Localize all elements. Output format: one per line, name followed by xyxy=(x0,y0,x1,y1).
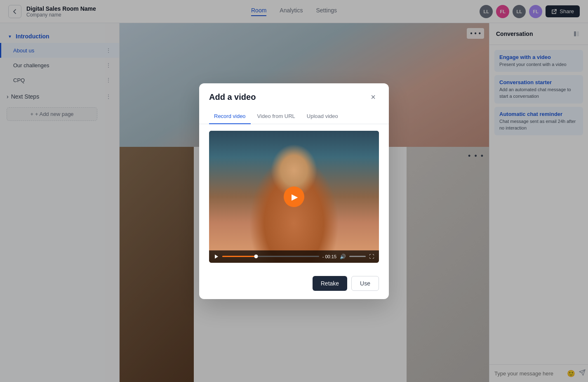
video-progress-dot xyxy=(254,255,258,258)
modal-title: Add a video xyxy=(209,92,256,102)
use-button[interactable]: Use xyxy=(351,276,379,291)
modal-close-button[interactable]: × xyxy=(367,92,379,103)
modal-header: Add a video × xyxy=(199,83,389,110)
tab-video-url[interactable]: Video from URL xyxy=(252,110,300,124)
video-time: - 00:15 xyxy=(322,254,336,259)
video-controls: - 00:15 🔊 ⛶ xyxy=(209,250,379,263)
retake-button[interactable]: Retake xyxy=(313,276,347,291)
modal-overlay[interactable]: Add a video × Record video Video from UR… xyxy=(0,0,588,382)
fullscreen-icon[interactable]: ⛶ xyxy=(369,254,374,259)
modal-body: ▶ - 00:15 🔊 ⛶ xyxy=(199,124,389,271)
video-play-button[interactable]: ▶ xyxy=(284,186,304,207)
tab-upload-video[interactable]: Upload video xyxy=(302,110,343,124)
video-progress-bar[interactable] xyxy=(222,256,319,257)
play-icon: ▶ xyxy=(292,192,298,202)
modal-footer: Retake Use xyxy=(199,271,389,299)
add-video-modal: Add a video × Record video Video from UR… xyxy=(199,83,389,299)
volume-bar[interactable] xyxy=(349,256,366,257)
video-preview: ▶ - 00:15 🔊 ⛶ xyxy=(209,131,379,263)
tab-record-video[interactable]: Record video xyxy=(209,110,251,124)
volume-icon[interactable]: 🔊 xyxy=(340,254,346,259)
play-control-icon[interactable] xyxy=(214,254,219,259)
modal-tabs: Record video Video from URL Upload video xyxy=(199,110,389,124)
video-progress-fill xyxy=(222,256,256,257)
